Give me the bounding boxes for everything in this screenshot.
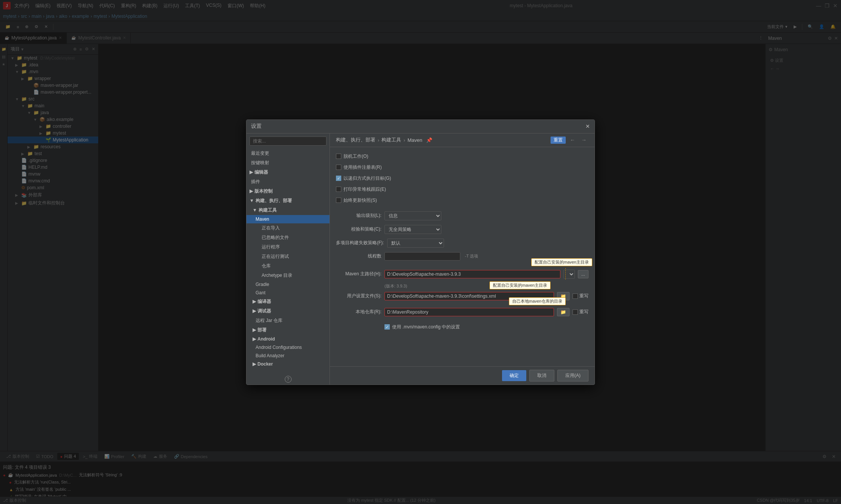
maven-home-label: Maven 主路径(H): bbox=[336, 271, 381, 277]
nav-forward-btn[interactable]: → bbox=[579, 135, 588, 144]
nav-running-tests[interactable]: 正在运行测试 bbox=[246, 252, 329, 261]
build-tools-label: 构建工具 bbox=[259, 207, 277, 214]
maven-home-browse-btn[interactable]: ... bbox=[578, 270, 588, 278]
thread-count-label: 线程数 bbox=[336, 253, 381, 259]
breadcrumb-tools: 构建工具 bbox=[381, 137, 401, 143]
checksum-policy-label: 校验和策略(C): bbox=[336, 226, 381, 232]
dialog-footer: 确定 取消 应用(A) bbox=[330, 366, 595, 385]
always-update-label: 始终更新快照(S) bbox=[344, 197, 397, 204]
nav-maven[interactable]: Maven bbox=[246, 215, 329, 223]
nav-editor[interactable]: ▶ 编辑器 bbox=[246, 168, 329, 177]
dialog-close-button[interactable]: ✕ bbox=[585, 123, 590, 129]
plugin-registry-checkbox[interactable]: 使用插件注册表(R) bbox=[336, 164, 397, 171]
nav-back-btn[interactable]: ← bbox=[568, 135, 577, 144]
nav-vcs[interactable]: ▶ 版本控制 bbox=[246, 187, 329, 196]
expand-arrow-android: ▶ bbox=[253, 336, 256, 342]
apply-button[interactable]: 应用(A) bbox=[557, 370, 588, 382]
multiproject-fail-row: 多项目构建失败策略(F): 默认 在结束时失败 立刻失败 bbox=[336, 239, 588, 248]
local-repo-section: 本地仓库(R): 📁 重写 自己本地maven仓库的目录 bbox=[336, 308, 588, 316]
nav-build-tools[interactable]: ▼ 构建工具 bbox=[246, 206, 329, 215]
dialog-title-text: 设置 bbox=[251, 123, 262, 130]
offline-work-check-icon bbox=[336, 154, 341, 159]
running-tests-label: 正在运行测试 bbox=[262, 254, 289, 259]
plugin-registry-check-icon bbox=[336, 165, 341, 170]
always-update-check-icon bbox=[336, 198, 341, 203]
print-stack-checkbox[interactable]: 打印异常堆栈跟踪(E) bbox=[336, 186, 397, 193]
compiler-label: 编译器 bbox=[257, 298, 271, 305]
dialog-search-input[interactable] bbox=[249, 137, 326, 146]
help-icon-circle[interactable]: ? bbox=[285, 376, 292, 383]
plugin-registry-row: 使用插件注册表(R) bbox=[336, 164, 588, 171]
offline-work-label: 脱机工作(O) bbox=[344, 153, 397, 160]
multiproject-fail-select[interactable]: 默认 在结束时失败 立刻失败 bbox=[387, 239, 444, 248]
maven-home-input[interactable] bbox=[384, 270, 560, 278]
nav-android-configs[interactable]: Android Configurations bbox=[246, 343, 329, 352]
local-repo-overwrite-icon bbox=[573, 309, 578, 315]
nav-build-analyzer[interactable]: Build Analyzer bbox=[246, 352, 329, 360]
spacer-4 bbox=[336, 305, 588, 308]
nav-android[interactable]: ▶ Android bbox=[246, 335, 329, 343]
local-repo-overwrite-label: 重写 bbox=[579, 309, 588, 315]
print-stack-label: 打印异常堆栈跟踪(E) bbox=[344, 186, 397, 193]
debugger-label: 调试器 bbox=[257, 308, 271, 314]
use-mvn-config-checkbox[interactable]: ✓ 使用 .mvn/maven.config 中的设置 bbox=[384, 324, 460, 330]
nav-plugins[interactable]: 插件 bbox=[246, 177, 329, 187]
use-mvn-config-label: 使用 .mvn/maven.config 中的设置 bbox=[392, 324, 460, 330]
local-repo-row: 本地仓库(R): 📁 重写 bbox=[336, 308, 588, 316]
spacer-3 bbox=[336, 289, 588, 292]
breadcrumb-sep-1: › bbox=[378, 137, 379, 143]
ignored-files-label: 已忽略的文件 bbox=[262, 235, 289, 240]
nav-gant[interactable]: Gant bbox=[246, 289, 329, 297]
user-settings-overwrite-icon bbox=[573, 294, 578, 299]
nav-debugger[interactable]: ▶ 调试器 bbox=[246, 306, 329, 316]
local-repo-overwrite-check[interactable]: 重写 bbox=[573, 309, 588, 315]
user-settings-label: 用户设置文件(S): bbox=[336, 293, 381, 299]
nav-gradle[interactable]: Gradle bbox=[246, 280, 329, 289]
nav-importing[interactable]: 正在导入 bbox=[246, 223, 329, 233]
user-settings-overwrite-check[interactable]: 重写 bbox=[573, 293, 588, 299]
dialog-settings-content: 脱机工作(O) 使用插件注册表(R) ✓ 以递归方式执行目标(G) bbox=[330, 147, 595, 366]
nav-compiler[interactable]: ▶ 编译器 bbox=[246, 297, 329, 306]
reset-button[interactable]: 重置 bbox=[551, 137, 566, 144]
output-level-select[interactable]: 信息 调试 警告 错误 bbox=[384, 211, 441, 220]
settings-dialog: 设置 ✕ 最近变更 按键映射 ▶ 编辑器 插件 bbox=[246, 119, 595, 385]
nav-deploy[interactable]: ▶ 部署 bbox=[246, 325, 329, 335]
dialog-breadcrumb: 构建、执行、部署 › 构建工具 › Maven 📌 重置 ← → bbox=[330, 133, 595, 147]
offline-work-checkbox[interactable]: 脱机工作(O) bbox=[336, 153, 397, 160]
nav-remote-jar[interactable]: 远程 Jar 仓库 bbox=[246, 316, 329, 325]
dialog-nav-bottom-spacer bbox=[246, 368, 329, 374]
use-mvn-config-row: ✓ 使用 .mvn/maven.config 中的设置 bbox=[336, 324, 588, 330]
nav-build-deploy[interactable]: ▼ 构建、执行、部署 bbox=[246, 196, 329, 206]
recursive-goals-check-icon: ✓ bbox=[336, 176, 341, 181]
recursive-goals-checkbox[interactable]: ✓ 以递归方式执行目标(G) bbox=[336, 175, 397, 182]
nav-recent-changes[interactable]: 最近变更 bbox=[246, 149, 329, 158]
dialog-help-btn[interactable]: ? bbox=[246, 374, 329, 384]
nav-repository[interactable]: 仓库 bbox=[246, 261, 329, 271]
thread-count-suffix: -T 选项 bbox=[463, 253, 478, 259]
cancel-button[interactable]: 取消 bbox=[529, 370, 554, 382]
build-deploy-label: 构建、执行、部署 bbox=[256, 198, 292, 204]
nav-runner[interactable]: 运行程序 bbox=[246, 242, 329, 252]
recursive-goals-row: ✓ 以递归方式执行目标(G) bbox=[336, 175, 588, 182]
nav-keymap[interactable]: 按键映射 bbox=[246, 158, 329, 168]
settings-dialog-overlay: 设置 ✕ 最近变更 按键映射 ▶ 编辑器 插件 bbox=[0, 0, 841, 504]
print-stack-row: 打印异常堆栈跟踪(E) bbox=[336, 186, 588, 193]
local-repo-input[interactable] bbox=[384, 308, 554, 316]
nav-archetype[interactable]: Archetype 目录 bbox=[246, 271, 329, 280]
maven-version-label: (版本: 3.9.3) bbox=[384, 284, 407, 288]
expand-arrow-tools: ▼ bbox=[253, 207, 257, 213]
always-update-checkbox[interactable]: 始终更新快照(S) bbox=[336, 197, 397, 204]
spacer-1 bbox=[336, 208, 588, 211]
local-repo-browse-btn[interactable]: 📁 bbox=[557, 308, 570, 316]
ok-button[interactable]: 确定 bbox=[502, 370, 526, 381]
checksum-policy-select[interactable]: 无全局策略 失败 警告 bbox=[384, 225, 441, 234]
expand-arrow-debugger: ▶ bbox=[253, 308, 256, 314]
thread-count-input[interactable] bbox=[384, 252, 460, 261]
repository-label: 仓库 bbox=[262, 263, 271, 268]
expand-arrow-editor: ▶ bbox=[249, 170, 253, 175]
remote-jar-label: 远程 Jar 仓库 bbox=[256, 318, 282, 323]
nav-docker[interactable]: ▶ Docker bbox=[246, 360, 329, 368]
nav-ignored-files[interactable]: 已忽略的文件 bbox=[246, 233, 329, 242]
breadcrumb-sep-2: › bbox=[403, 137, 405, 143]
use-mvn-config-check-icon: ✓ bbox=[384, 324, 390, 330]
